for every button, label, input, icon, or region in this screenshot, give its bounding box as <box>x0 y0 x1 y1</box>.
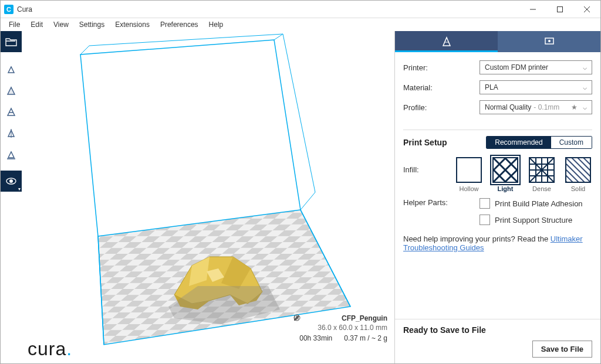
close-button[interactable] <box>573 1 600 18</box>
solid-pattern-icon <box>566 158 590 182</box>
stage-tabs <box>395 31 600 52</box>
view-mode-button[interactable]: ▾ <box>1 171 22 192</box>
menu-view[interactable]: View <box>49 19 73 30</box>
filament-usage: 0.37 m / ~ 2 g <box>344 334 387 342</box>
menu-edit[interactable]: Edit <box>26 19 48 30</box>
prepare-icon <box>441 36 452 47</box>
maximize-icon <box>557 6 563 12</box>
menu-extensions[interactable]: Extensions <box>110 19 154 30</box>
support-structure-checkbox[interactable] <box>480 215 490 225</box>
svg-point-6 <box>9 179 13 183</box>
mirror-tool[interactable] <box>1 123 22 144</box>
divider <box>403 130 592 130</box>
folder-open-icon <box>5 37 17 46</box>
rotate-icon <box>6 107 16 117</box>
window-titlebar: C Cura <box>1 1 600 18</box>
infill-hollow[interactable]: Hollow <box>455 157 483 192</box>
menubar: File Edit View Settings Extensions Prefe… <box>1 18 600 31</box>
profile-label: Profile: <box>403 103 480 112</box>
light-pattern-icon <box>494 158 517 182</box>
printer-select[interactable]: Custom FDM printer ⌵ <box>480 60 592 74</box>
settings-icon <box>6 149 16 159</box>
profile-select[interactable]: Normal Quality - 0.1mm ★ ⌵ <box>480 100 592 114</box>
infill-label: Infill: <box>403 157 455 174</box>
prepare-stage-tab[interactable] <box>395 31 498 52</box>
save-to-file-button[interactable]: Save to File <box>532 341 592 358</box>
menu-file[interactable]: File <box>4 19 25 30</box>
chevron-down-icon: ⌵ <box>583 63 587 72</box>
menu-preferences[interactable]: Preferences <box>156 19 203 30</box>
print-setup-title: Print Setup <box>403 138 486 147</box>
open-file-button[interactable] <box>1 31 22 52</box>
mirror-icon <box>6 128 16 138</box>
printer-label: Printer: <box>403 63 480 72</box>
window-controls <box>519 1 600 18</box>
help-text: Need help improving your prints? Read th… <box>395 229 600 258</box>
per-model-tool[interactable] <box>1 144 22 165</box>
chevron-down-icon: ⌵ <box>583 103 587 111</box>
scale-tool[interactable] <box>1 80 22 101</box>
cura-logo: cura. <box>28 338 72 360</box>
move-tool[interactable] <box>1 59 22 80</box>
support-label: Print Support Structure <box>495 216 572 224</box>
right-panel: Printer: Custom FDM printer ⌵ Material: … <box>395 31 600 363</box>
model-name-label: CFP_Penguin <box>342 314 387 322</box>
minimize-icon <box>530 6 536 12</box>
recommended-mode-button[interactable]: Recommended <box>487 137 551 148</box>
infill-light[interactable]: Light <box>491 157 519 192</box>
star-icon: ★ <box>571 103 578 111</box>
minimize-button[interactable] <box>519 1 546 18</box>
svg-line-44 <box>566 158 590 182</box>
helper-parts-label: Helper Parts: <box>403 198 480 207</box>
viewport-3d[interactable]: CFP_Penguin 36.0 x 60.0 x 11.0 mm 00h 33… <box>22 31 395 363</box>
chevron-down-icon: ▾ <box>18 186 21 192</box>
scale-icon <box>6 86 16 96</box>
monitor-stage-tab[interactable] <box>498 31 600 52</box>
menu-help[interactable]: Help <box>204 19 228 30</box>
app-icon: C <box>4 5 13 14</box>
setup-mode-toggle: Recommended Custom <box>486 136 592 149</box>
adhesion-label: Print Build Plate Adhesion <box>495 199 583 208</box>
infill-solid[interactable]: Solid <box>564 157 592 192</box>
status-text: Ready to Save to File <box>403 325 592 335</box>
close-icon <box>584 6 590 12</box>
material-select[interactable]: PLA ⌵ <box>480 80 592 94</box>
rotate-tool[interactable] <box>1 101 22 123</box>
window-title: Cura <box>17 5 519 13</box>
svg-point-28 <box>548 40 551 42</box>
material-label: Material: <box>403 83 480 92</box>
svg-rect-1 <box>558 6 563 12</box>
model-dimensions: 36.0 x 60.0 x 11.0 mm <box>293 324 387 332</box>
infill-dense[interactable]: Dense <box>528 157 556 192</box>
print-time: 00h 33min <box>299 334 332 342</box>
maximize-button[interactable] <box>546 1 573 18</box>
left-toolbar: ▾ <box>1 31 22 363</box>
dense-pattern-icon <box>530 158 553 182</box>
chevron-down-icon: ⌵ <box>583 83 587 91</box>
menu-settings[interactable]: Settings <box>75 19 109 30</box>
monitor-icon <box>544 36 555 47</box>
eye-icon <box>5 177 17 185</box>
build-plate-adhesion-checkbox[interactable] <box>480 198 490 209</box>
move-icon <box>6 64 16 75</box>
model-info-overlay: CFP_Penguin 36.0 x 60.0 x 11.0 mm 00h 33… <box>293 314 387 342</box>
custom-mode-button[interactable]: Custom <box>551 137 592 148</box>
